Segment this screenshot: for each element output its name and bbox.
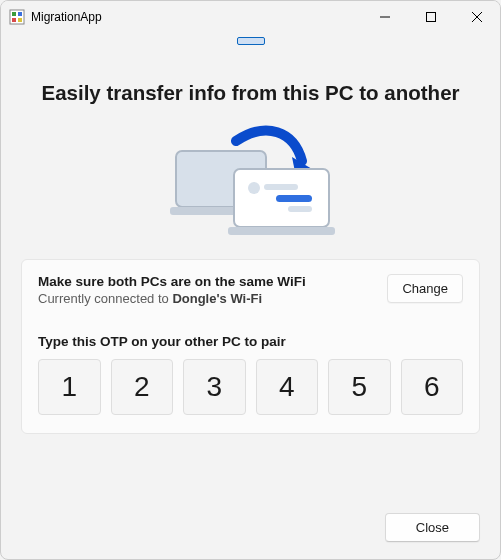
wifi-instruction: Make sure both PCs are on the same WiFi (38, 274, 306, 289)
transfer-illustration-icon (156, 121, 346, 241)
svg-rect-17 (288, 206, 312, 212)
svg-rect-15 (264, 184, 298, 190)
wifi-status-prefix: Currently connected to (38, 291, 172, 306)
svg-rect-6 (427, 13, 436, 22)
svg-point-14 (248, 182, 260, 194)
svg-rect-4 (18, 18, 22, 22)
app-window: MigrationApp Easily transfer info from t… (0, 0, 501, 560)
change-wifi-button[interactable]: Change (387, 274, 463, 303)
close-window-button[interactable] (454, 1, 500, 33)
pairing-card: Make sure both PCs are on the same WiFi … (21, 259, 480, 434)
drag-handle-icon[interactable] (237, 37, 265, 45)
wifi-row: Make sure both PCs are on the same WiFi … (38, 274, 463, 306)
app-icon (9, 9, 25, 25)
otp-digit: 1 (38, 359, 101, 415)
minimize-button[interactable] (362, 1, 408, 33)
otp-digit: 2 (111, 359, 174, 415)
wifi-network-name: Dongle's Wi-Fi (172, 291, 262, 306)
otp-digit: 6 (401, 359, 464, 415)
window-title: MigrationApp (31, 10, 102, 24)
otp-instruction: Type this OTP on your other PC to pair (38, 334, 463, 349)
otp-digit: 3 (183, 359, 246, 415)
svg-rect-2 (18, 12, 22, 16)
wifi-text: Make sure both PCs are on the same WiFi … (38, 274, 306, 306)
wifi-status: Currently connected to Dongle's Wi-Fi (38, 291, 306, 306)
svg-rect-13 (228, 227, 335, 235)
titlebar: MigrationApp (1, 1, 500, 33)
page-title: Easily transfer info from this PC to ano… (21, 81, 480, 105)
svg-rect-1 (12, 12, 16, 16)
footer: Close (1, 495, 500, 559)
otp-digit: 5 (328, 359, 391, 415)
content-area: Easily transfer info from this PC to ano… (1, 33, 500, 495)
svg-rect-16 (276, 195, 312, 202)
close-button[interactable]: Close (385, 513, 480, 542)
maximize-button[interactable] (408, 1, 454, 33)
svg-rect-3 (12, 18, 16, 22)
otp-digit: 4 (256, 359, 319, 415)
otp-boxes: 1 2 3 4 5 6 (38, 359, 463, 415)
